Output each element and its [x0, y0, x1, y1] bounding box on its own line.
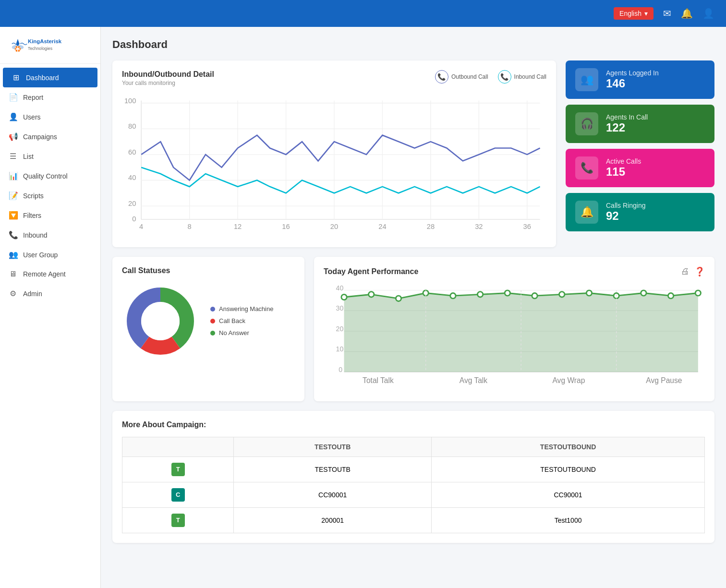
svg-point-63	[641, 290, 646, 296]
help-icon[interactable]: ❓	[694, 266, 705, 277]
print-icon[interactable]: 🖨	[681, 266, 690, 277]
active-calls-card[interactable]: 📞 Active Calls 115	[566, 149, 714, 187]
svg-text:0: 0	[132, 215, 136, 223]
sidebar-item-scripts[interactable]: 📝 Scripts	[0, 186, 100, 205]
svg-point-52	[341, 294, 347, 300]
dashboard-bottom-row: Call Statuses Answering M	[112, 257, 714, 401]
perf-actions: 🖨 ❓	[681, 266, 705, 277]
svg-text:100: 100	[124, 97, 136, 105]
calls-ringing-label: Calls Ringing	[606, 202, 645, 209]
svg-point-64	[668, 293, 673, 298]
svg-point-56	[450, 293, 456, 298]
report-icon: 📄	[9, 93, 17, 102]
campaign-row-1: T TESTOUTB TESTOUTBOUND	[122, 456, 705, 482]
active-calls-label: Active Calls	[606, 157, 641, 165]
agents-in-call-card[interactable]: 🎧 Agents In Call 122	[566, 105, 714, 143]
badge-t-2: T	[171, 514, 185, 527]
dashboard-top-grid: Inbound/Outbound Detail Your calls monit…	[112, 60, 714, 247]
mail-icon[interactable]: ✉	[663, 8, 671, 19]
svg-point-53	[369, 291, 374, 297]
campaign-col-badge	[122, 437, 234, 456]
svg-point-60	[559, 291, 565, 297]
sidebar-item-quality-control[interactable]: 📊 Quality Control	[0, 166, 100, 186]
svg-point-61	[586, 290, 592, 296]
svg-text:10: 10	[336, 345, 344, 353]
svg-text:60: 60	[128, 148, 136, 156]
admin-icon: ⚙	[9, 289, 17, 298]
call-back-legend: Call Back	[210, 317, 273, 324]
users-icon: 👤	[9, 112, 17, 121]
answering-machine-label: Answering Machine	[219, 305, 273, 312]
sidebar-item-report[interactable]: 📄 Report	[0, 87, 100, 107]
campaign-row-3: T 200001 Test1000	[122, 507, 705, 533]
campaign-cell-cc90001-1: CC90001	[234, 482, 432, 507]
campaign-table: TESTOUTB TESTOUTBOUND T TESTOUTB TESTOUT…	[122, 437, 705, 533]
notification-icon[interactable]: 🔔	[681, 8, 693, 19]
campaign-cell-test1000: Test1000	[432, 507, 705, 533]
svg-point-41	[141, 302, 180, 340]
sidebar-item-label-filters: Filters	[23, 212, 41, 219]
sidebar-item-label-report: Report	[23, 94, 43, 101]
sidebar-item-inbound[interactable]: 📞 Inbound	[0, 225, 100, 245]
svg-point-65	[695, 290, 701, 296]
sidebar-item-remote-agent[interactable]: 🖥 Remote Agent	[0, 264, 100, 284]
active-calls-value: 115	[606, 165, 641, 179]
svg-text:36: 36	[523, 223, 531, 230]
scripts-icon: 📝	[9, 191, 17, 200]
sidebar-item-user-group[interactable]: 👥 User Group	[0, 245, 100, 264]
list-icon: ☰	[9, 152, 17, 161]
agent-performance-card: Today Agent Performance 🖨 ❓ 40 30 20 10 …	[314, 257, 714, 401]
campaign-card: More About Campaign: TESTOUTB TESTOUTBOU…	[112, 411, 714, 543]
sidebar-item-list[interactable]: ☰ List	[0, 146, 100, 166]
campaign-badge-cell-3: T	[122, 507, 234, 533]
perf-header: Today Agent Performance 🖨 ❓	[324, 266, 705, 277]
chart-header: Inbound/Outbound Detail Your calls monit…	[122, 70, 546, 86]
calls-ringing-value: 92	[606, 209, 645, 223]
agent-perf-title: Today Agent Performance	[324, 267, 418, 276]
layout: KingAsterisk Technologies ⊞ Dashboard📄 R…	[0, 27, 726, 588]
sidebar-item-campaigns[interactable]: 📢 Campaigns	[0, 127, 100, 146]
chart-subtitle: Your calls monitoring	[122, 80, 214, 86]
calls-ringing-icon: 🔔	[575, 201, 598, 224]
inbound-icon: 📞	[9, 230, 17, 240]
svg-text:24: 24	[378, 223, 386, 230]
agents-logged-in-info: Agents Logged In 146	[606, 69, 659, 90]
language-selector[interactable]: English ▾	[614, 7, 653, 20]
donut-chart	[122, 283, 199, 360]
outbound-label: Outbound Call	[451, 73, 488, 80]
svg-text:32: 32	[475, 223, 483, 230]
svg-point-58	[505, 290, 510, 296]
svg-text:80: 80	[128, 122, 136, 130]
inbound-call-icon: 📞	[498, 70, 511, 84]
sidebar-item-dashboard[interactable]: ⊞ Dashboard	[3, 68, 97, 87]
campaigns-icon: 📢	[9, 132, 17, 141]
sidebar-nav: ⊞ Dashboard📄 Report👤 Users📢 Campaigns☰ L…	[0, 64, 100, 307]
answering-machine-dot	[210, 307, 215, 312]
calls-ringing-info: Calls Ringing 92	[606, 202, 645, 223]
no-answer-label: No Answer	[219, 329, 249, 336]
sidebar-item-filters[interactable]: 🔽 Filters	[0, 205, 100, 225]
calls-ringing-card[interactable]: 🔔 Calls Ringing 92	[566, 193, 714, 231]
svg-text:20: 20	[128, 200, 136, 207]
svg-point-57	[477, 291, 483, 297]
user-group-icon: 👥	[9, 250, 17, 259]
user-icon[interactable]: 👤	[702, 8, 714, 19]
sidebar-item-label-scripts: Scripts	[23, 192, 44, 200]
filters-icon: 🔽	[9, 211, 17, 220]
sidebar-item-label-dashboard: Dashboard	[26, 74, 59, 82]
sidebar-item-label-quality-control: Quality Control	[23, 172, 68, 180]
agents-logged-in-value: 146	[606, 77, 659, 90]
svg-text:20: 20	[336, 325, 344, 333]
sidebar-item-users[interactable]: 👤 Users	[0, 107, 100, 127]
campaign-col-1: TESTOUTB	[234, 437, 432, 456]
sidebar-item-label-list: List	[23, 153, 34, 160]
campaign-cell-200001: 200001	[234, 507, 432, 533]
agents-logged-in-card[interactable]: 👥 Agents Logged In 146	[566, 60, 714, 99]
badge-c-1: C	[171, 488, 185, 502]
agents-logged-in-icon: 👥	[575, 68, 598, 91]
svg-point-54	[396, 296, 401, 301]
svg-text:Avg Wrap: Avg Wrap	[553, 376, 585, 384]
sidebar-item-admin[interactable]: ⚙ Admin	[0, 284, 100, 303]
campaign-cell-testoutb: TESTOUTB	[234, 456, 432, 482]
sidebar-item-label-campaigns: Campaigns	[23, 133, 57, 141]
